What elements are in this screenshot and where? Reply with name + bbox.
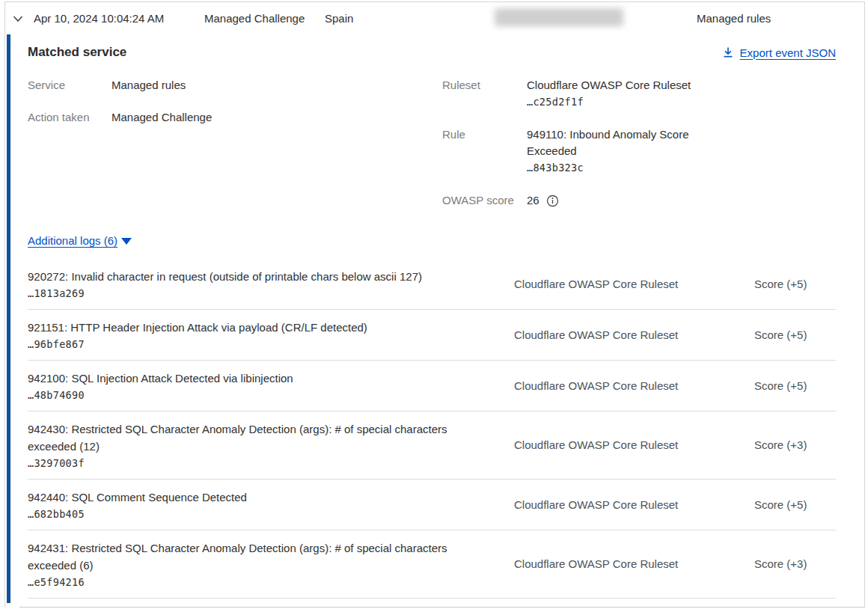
field-value: Cloudflare OWASP Core Ruleset …c25d2f1f: [527, 77, 706, 110]
export-event-json-label: Export event JSON: [740, 46, 836, 59]
log-ruleset: Cloudflare OWASP Core Ruleset: [514, 498, 754, 511]
additional-logs-label: Additional logs (6): [28, 234, 117, 247]
log-hash: …48b74690: [28, 389, 492, 401]
event-timestamp: Apr 10, 2024 10:04:24 AM: [34, 12, 164, 25]
log-description: 942431: Restricted SQL Character Anomaly…: [28, 539, 492, 574]
export-event-json-link[interactable]: Export event JSON: [722, 46, 836, 59]
ruleset-hash: …c25d2f1f: [527, 96, 584, 108]
log-score: Score (+3): [754, 557, 840, 570]
rule-name: 949110: Inbound Anomaly Score Exceeded: [527, 128, 689, 157]
log-description: 942440: SQL Comment Sequence Detected: [28, 489, 492, 506]
log-score: Score (+5): [754, 328, 840, 341]
download-icon: [722, 46, 734, 58]
log-hash: …1813a269: [28, 287, 492, 299]
service-fields: Service Managed rules Action taken Manag…: [28, 77, 442, 225]
info-icon[interactable]: [546, 195, 559, 207]
log-ruleset: Cloudflare OWASP Core Ruleset: [514, 278, 754, 290]
rule-hash: …843b323c: [527, 162, 584, 174]
log-ruleset: Cloudflare OWASP Core Ruleset: [514, 557, 754, 570]
field-label: Action taken: [28, 109, 111, 126]
field-label: OWASP score: [442, 192, 527, 209]
field-service: Service Managed rules: [28, 77, 442, 94]
panel-bottom-divider: [19, 607, 864, 608]
field-rule: Rule 949110: Inbound Anomaly Score Excee…: [442, 126, 706, 176]
field-owasp-score: OWASP score 26: [442, 192, 706, 209]
event-country: Spain: [325, 12, 353, 25]
log-description: 921151: HTTP Header Injection Attack via…: [28, 319, 492, 336]
matched-service-panel: Matched service Export event JSON Servic…: [5, 45, 864, 599]
log-ruleset: Cloudflare OWASP Core Ruleset: [514, 379, 754, 392]
event-service: Managed rules: [697, 12, 771, 25]
log-hash: …3297003f: [28, 457, 492, 469]
event-action-taken: Managed Challenge: [204, 12, 305, 25]
log-description: 942430: Restricted SQL Character Anomaly…: [28, 420, 492, 455]
field-value: 949110: Inbound Anomaly Score Exceeded ……: [527, 126, 706, 176]
selected-row-accent-bar: [7, 34, 10, 603]
log-score: Score (+5): [754, 278, 840, 290]
log-row: 920272: Invalid character in request (ou…: [28, 259, 836, 310]
additional-logs-toggle[interactable]: Additional logs (6): [28, 234, 132, 247]
log-row: 921151: HTTP Header Injection Attack via…: [28, 310, 836, 361]
log-score: Score (+3): [754, 438, 840, 451]
panel-title: Matched service: [28, 45, 126, 60]
log-hash: …96bfe867: [28, 338, 492, 350]
log-row: 942431: Restricted SQL Character Anomaly…: [28, 530, 836, 599]
log-hash: …e5f94216: [28, 576, 492, 588]
log-score: Score (+5): [754, 498, 840, 511]
ruleset-name: Cloudflare OWASP Core Ruleset: [527, 79, 691, 91]
field-value: Managed rules: [111, 77, 291, 94]
field-action-taken: Action taken Managed Challenge: [28, 109, 442, 126]
field-value: Managed Challenge: [111, 109, 291, 126]
log-ruleset: Cloudflare OWASP Core Ruleset: [514, 438, 754, 451]
log-score: Score (+5): [754, 379, 840, 392]
field-label: Ruleset: [442, 77, 527, 110]
log-row: 942430: Restricted SQL Character Anomaly…: [28, 411, 836, 480]
log-row: 942440: SQL Comment Sequence Detected …6…: [28, 480, 836, 530]
log-description: 942100: SQL Injection Attack Detected vi…: [28, 370, 492, 387]
owasp-score-value: 26: [527, 192, 540, 209]
caret-down-icon: [121, 238, 132, 245]
field-label: Rule: [442, 126, 527, 176]
log-description: 920272: Invalid character in request (ou…: [28, 268, 492, 285]
log-row: 942100: SQL Injection Attack Detected vi…: [28, 361, 836, 411]
event-row-header[interactable]: Apr 10, 2024 10:04:24 AM Managed Challen…: [5, 2, 864, 35]
chevron-down-icon[interactable]: [11, 12, 25, 25]
additional-logs-list: 920272: Invalid character in request (ou…: [28, 259, 836, 599]
expanded-event-card: Apr 10, 2024 10:04:24 AM Managed Challen…: [4, 1, 865, 608]
field-label: Service: [28, 77, 111, 94]
log-ruleset: Cloudflare OWASP Core Ruleset: [514, 328, 754, 341]
log-hash: …682bb405: [28, 508, 492, 520]
rule-fields: Ruleset Cloudflare OWASP Core Ruleset …c…: [442, 77, 706, 225]
field-ruleset: Ruleset Cloudflare OWASP Core Ruleset …c…: [442, 77, 706, 110]
redacted-host-value: [495, 8, 623, 26]
